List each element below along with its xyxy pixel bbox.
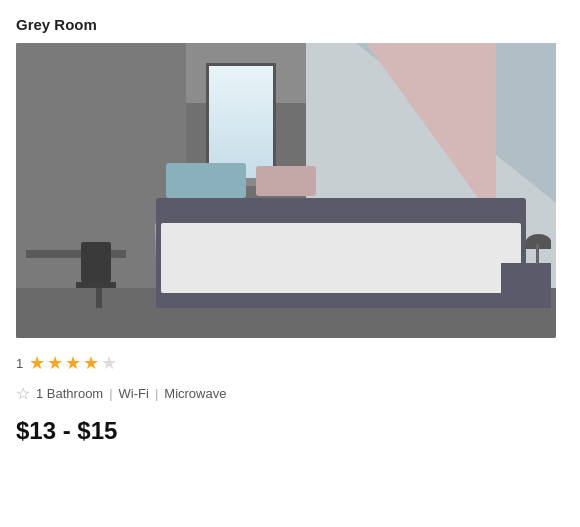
divider-1: | [109,386,112,401]
price-label: $13 - $15 [16,417,556,445]
room-image [16,43,556,338]
pillow-blue [166,163,246,198]
star-1: ★ [29,352,45,374]
amenity-bathroom: 1 Bathroom [36,386,103,401]
chair-seat [76,282,116,288]
room-title: Grey Room [16,16,556,33]
star-2: ★ [47,352,63,374]
room-card: Grey Room [16,16,556,445]
amenities-row: ☆ 1 Bathroom | Wi-Fi | Microwave [16,384,556,403]
review-count: 1 [16,356,23,371]
room-image-wrapper[interactable] [16,43,556,338]
amenity-microwave: Microwave [164,386,226,401]
rating-row: 1 ★ ★ ★ ★ ★ [16,352,556,374]
star-4: ★ [83,352,99,374]
bed-frame [156,198,526,308]
stars-container: ★ ★ ★ ★ ★ [29,352,117,374]
lamp-arm [536,244,539,264]
chair [76,248,116,308]
star-3: ★ [65,352,81,374]
nightstand [501,263,551,308]
divider-2: | [155,386,158,401]
amenity-wifi: Wi-Fi [119,386,149,401]
pillow-pink [256,166,316,196]
chair-back [81,242,111,282]
amenities-icon: ☆ [16,384,30,403]
star-5-empty: ★ [101,352,117,374]
bed [156,178,526,308]
mattress [161,223,521,293]
lamp [526,234,546,264]
